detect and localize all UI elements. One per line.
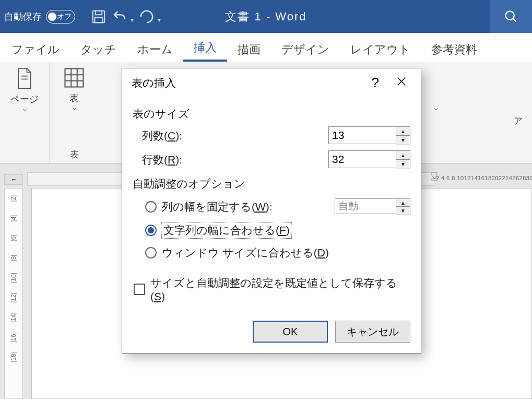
tab-home[interactable]: ホーム <box>127 37 183 62</box>
ruler-v-tick: |4| <box>4 215 23 222</box>
autosave-state: オフ <box>57 12 72 21</box>
fixed-width-input[interactable] <box>335 198 396 214</box>
ribbon-collapse-icon[interactable]: ⌵ <box>434 103 438 112</box>
undo-icon[interactable] <box>112 9 127 25</box>
rows-up-button[interactable]: ▲ <box>396 151 410 160</box>
dialog-body: 表のサイズ 列数(C): ▲ ▼ 行数(R): ▲ ▼ <box>122 97 421 318</box>
dialog-buttons: OK キャンセル <box>122 318 421 353</box>
fixed-width-up-button[interactable]: ▲ <box>396 199 410 207</box>
ruler-v-tick: |16| <box>4 332 23 343</box>
table-icon <box>63 67 85 89</box>
ruler-v-tick: |14| <box>4 312 23 323</box>
svg-point-3 <box>506 11 514 19</box>
columns-input[interactable] <box>328 126 396 144</box>
remember-dimensions-label: サイズと自動調整の設定を既定値として保存する(S) <box>150 276 410 303</box>
ruler-indent-marker[interactable] <box>431 171 438 181</box>
columns-spinner[interactable]: ▲ ▼ <box>328 126 410 145</box>
svg-marker-17 <box>432 172 437 179</box>
ribbon-group-tables: 表 ⌵ 表 <box>50 62 99 163</box>
qat-customize-icon[interactable]: ▾ <box>158 16 161 24</box>
autosave-label: 自動保存 <box>4 10 42 23</box>
pages-label: ページ <box>10 93 39 105</box>
cancel-button[interactable]: キャンセル <box>335 321 410 343</box>
fixed-width-spinner[interactable]: ▲ ▼ <box>335 198 410 215</box>
ribbon-tabs: ファイル タッチ ホーム 挿入 描画 デザイン レイアウト 参考資料 <box>0 33 532 62</box>
section-size-label: 表のサイズ <box>133 107 410 121</box>
dialog-title: 表の挿入 <box>132 76 359 90</box>
ribbon-group-pages: ページ ⌵ <box>0 62 50 163</box>
ruler-v-tick: |6| <box>4 235 23 242</box>
table-button[interactable]: 表 ⌵ <box>63 67 85 108</box>
ruler-v-tick: |18| <box>4 352 23 362</box>
columns-up-button[interactable]: ▲ <box>396 127 410 136</box>
group-label-pages <box>23 150 26 161</box>
close-button[interactable] <box>392 76 411 90</box>
tab-design[interactable]: デザイン <box>271 37 340 62</box>
document-title: 文書 1 - Word <box>225 9 306 25</box>
radio-fixed-width[interactable] <box>145 201 157 213</box>
rows-down-button[interactable]: ▼ <box>396 160 410 169</box>
columns-down-button[interactable]: ▼ <box>396 136 410 145</box>
tab-draw[interactable]: 描画 <box>227 37 271 62</box>
ruler-v-tick: |2| <box>4 195 23 202</box>
tab-references[interactable]: 参考資料 <box>421 37 488 62</box>
fixed-width-down-button[interactable]: ▼ <box>396 207 410 215</box>
radio-autofit-window[interactable] <box>145 247 157 259</box>
insert-table-dialog: 表の挿入 ? 表のサイズ 列数(C): ▲ ▼ 行数(R): <box>122 68 421 354</box>
rows-label: 行数(R): <box>142 152 328 167</box>
ruler-h-ticks: 2 4 6 8 1012141618202224262830 <box>436 175 532 181</box>
tab-layout[interactable]: レイアウト <box>340 37 421 62</box>
redo-icon[interactable] <box>139 9 155 25</box>
section-autofit-label: 自動調整のオプション <box>133 177 410 191</box>
autosave-group: 自動保存 オフ <box>4 10 75 24</box>
ruler-v-tick: |10| <box>4 273 23 283</box>
save-icon[interactable] <box>91 9 107 25</box>
svg-rect-18 <box>432 179 437 181</box>
title-bar: 自動保存 オフ ▾ ▾ 文書 1 - Word <box>0 0 532 33</box>
remember-dimensions-row[interactable]: サイズと自動調整の設定を既定値として保存する(S) <box>134 276 410 303</box>
radio-autofit-window-row[interactable]: ウィンドウ サイズに合わせる(D) <box>145 245 410 260</box>
undo-dropdown-icon[interactable]: ▾ <box>131 16 134 24</box>
tab-touch[interactable]: タッチ <box>70 37 127 62</box>
ok-button[interactable]: OK <box>253 321 328 343</box>
svg-rect-2 <box>95 17 103 22</box>
vertical-ruler[interactable]: |2| |4| |6| |8| |10| |12| |14| |16| |18| <box>4 188 23 399</box>
svg-rect-7 <box>65 69 84 87</box>
radio-fixed-width-row[interactable]: 列の幅を固定する(W): ▲ ▼ <box>145 198 410 215</box>
search-icon <box>504 9 518 24</box>
ruler-v-tick: |8| <box>4 255 23 262</box>
remember-dimensions-checkbox[interactable] <box>134 284 145 295</box>
autosave-toggle[interactable]: オフ <box>46 10 75 24</box>
radio-fixed-width-label: 列の幅を固定する(W): <box>162 199 273 214</box>
help-button[interactable]: ? <box>359 75 392 91</box>
search-button[interactable] <box>490 0 532 33</box>
columns-label: 列数(C): <box>142 128 328 143</box>
rows-row: 行数(R): ▲ ▼ <box>142 150 410 169</box>
ruler-v-tick: |12| <box>4 292 23 303</box>
ruler-corner: ⌐ <box>4 174 23 185</box>
svg-rect-1 <box>96 10 102 15</box>
tab-file[interactable]: ファイル <box>5 37 70 62</box>
page-icon <box>15 67 34 90</box>
rows-spinner[interactable]: ▲ ▼ <box>328 150 410 169</box>
dialog-titlebar: 表の挿入 ? <box>122 68 421 97</box>
radio-autofit-contents[interactable] <box>145 225 157 236</box>
radio-autofit-contents-label: 文字列の幅に合わせる(F) <box>162 222 291 238</box>
quick-access-toolbar: ▾ ▾ <box>91 9 161 25</box>
rows-input[interactable] <box>328 150 396 168</box>
close-icon <box>396 76 407 87</box>
radio-autofit-contents-row[interactable]: 文字列の幅に合わせる(F) <box>145 222 410 238</box>
columns-row: 列数(C): ▲ ▼ <box>142 126 410 145</box>
table-label: 表 <box>69 92 79 104</box>
group-label-tables: 表 <box>70 149 79 161</box>
pages-button[interactable]: ページ ⌵ <box>10 67 39 109</box>
tab-insert[interactable]: 挿入 <box>183 34 227 62</box>
svg-line-4 <box>513 18 516 21</box>
radio-autofit-window-label: ウィンドウ サイズに合わせる(D) <box>162 245 329 260</box>
